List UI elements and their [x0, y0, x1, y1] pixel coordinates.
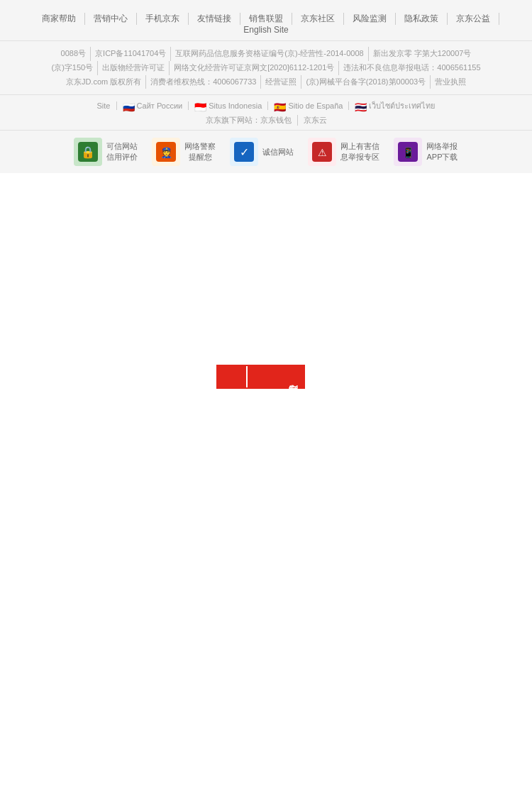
svg-text:📱: 📱 — [402, 147, 415, 159]
app-download-icon: 📱 — [394, 138, 422, 166]
widget-label[interactable]: 定制 — [281, 365, 305, 389]
nav-item-charity[interactable]: 京东公益 — [448, 13, 499, 25]
nav-item-mobile[interactable]: 手机京东 — [137, 13, 189, 25]
badge-honest-site[interactable]: ✓ 诚信网站 — [230, 138, 294, 166]
badge-harmful-report[interactable]: ⚠ 网上有害信 息举报专区 — [308, 138, 379, 166]
main-content-area: 定制 — [0, 173, 532, 811]
site-current[interactable]: Site — [92, 101, 117, 110]
info-line-3: 京东JD.com 版权所有 消费者维权热线：4006067733 经营证照 (京… — [7, 75, 525, 89]
svg-text:⚠: ⚠ — [318, 147, 327, 158]
info-medical-platform: (京)网械平台备字(2018)第00003号 — [301, 75, 431, 89]
info-business-license-link[interactable]: 经营证照 — [261, 75, 301, 89]
site-spain-label: Sitio de España — [288, 101, 343, 110]
app-download-text: 网络举报 APP下载 — [426, 141, 458, 163]
site-indonesia[interactable]: 🇮🇩 Situs Indonesia — [189, 101, 268, 110]
info-culture-license: 网络文化经营许可证京网文[2020]6112-1201号 — [170, 61, 339, 75]
widget-logo — [216, 365, 281, 389]
harmful-report-text: 网上有害信 息举报专区 — [340, 141, 379, 163]
badges-section: 🔒 可信网站 信用评价 👮 网络警察 提醒您 — [0, 131, 532, 173]
trusted-site-icon: 🔒 — [74, 138, 102, 166]
info-report-phone: 违法和不良信息举报电话：4006561155 — [339, 61, 484, 75]
info-icp-number: 0088号 — [57, 47, 91, 61]
info-section: 0088号 京ICP备11041704号 互联网药品信息服务资格证编号(京)-经… — [0, 41, 532, 95]
sub-sites-row: 京东旗下网站：京东钱包 京东云 — [7, 115, 525, 126]
trusted-site-text: 可信网站 信用评价 — [106, 141, 138, 163]
svg-text:👮: 👮 — [160, 147, 173, 159]
badge-police[interactable]: 👮 网络警察 提醒您 — [152, 138, 216, 166]
info-consumer-hotline: 消费者维权热线：4006067733 — [146, 75, 261, 89]
info-line-1: 0088号 京ICP备11041704号 互联网药品信息服务资格证编号(京)-经… — [7, 47, 525, 61]
sub-site-wallet[interactable]: 京东旗下网站：京东钱包 — [200, 115, 298, 126]
nav-item-sales[interactable]: 销售联盟 — [240, 13, 292, 25]
footer-nav: 商家帮助 营销中心 手机京东 友情链接 销售联盟 京东社区 风险监测 隐私政策 … — [0, 7, 532, 41]
badge-app-download[interactable]: 📱 网络举报 APP下载 — [394, 138, 458, 166]
honest-site-text: 诚信网站 — [262, 147, 294, 158]
widget-logo-block2 — [248, 366, 279, 387]
international-sites-row: Site 🇷🇺 Сайт России 🇮🇩 Situs Indonesia 🇪… — [7, 99, 525, 112]
info-publication-license: 出版物经营许可证 — [98, 61, 170, 75]
nav-item-privacy[interactable]: 隐私政策 — [396, 13, 448, 25]
nav-item-marketing[interactable]: 营销中心 — [85, 13, 137, 25]
info-business-license[interactable]: 营业执照 — [431, 75, 470, 89]
info-icp-backup: 京ICP备11041704号 — [91, 47, 171, 61]
russia-flag-icon: 🇷🇺 — [123, 102, 134, 110]
nav-item-merchant-help[interactable]: 商家帮助 — [33, 13, 85, 25]
custom-widget[interactable]: 定制 — [216, 365, 305, 389]
police-text: 网络警察 提醒您 — [184, 141, 216, 163]
info-publish-number: 新出发京零 字第大120007号 — [369, 47, 476, 61]
footer-section: 商家帮助 营销中心 手机京东 友情链接 销售联盟 京东社区 风险监测 隐私政策 … — [0, 0, 532, 173]
site-spain[interactable]: 🇪🇸 Sitio de España — [268, 101, 349, 110]
nav-item-links[interactable]: 友情链接 — [189, 13, 240, 25]
indonesia-flag-icon: 🇮🇩 — [194, 102, 206, 110]
widget-logo-block1 — [218, 366, 246, 387]
nav-item-english[interactable]: English Site — [235, 25, 297, 35]
info-jing-150: (京)字150号 — [47, 61, 98, 75]
info-copyright: 京东JD.com 版权所有 — [62, 75, 146, 89]
honest-site-icon: ✓ — [230, 138, 258, 166]
nav-item-community[interactable]: 京东社区 — [292, 13, 344, 25]
site-russia-label: Сайт России — [137, 101, 183, 110]
info-line-2: (京)字150号 出版物经营许可证 网络文化经营许可证京网文[2020]6112… — [7, 61, 525, 75]
sites-section: Site 🇷🇺 Сайт России 🇮🇩 Situs Indonesia 🇪… — [0, 95, 532, 131]
svg-text:✓: ✓ — [240, 146, 249, 158]
nav-item-risk[interactable]: 风险监测 — [344, 13, 396, 25]
thailand-flag-icon: 🇹🇭 — [355, 102, 366, 110]
site-thailand[interactable]: 🇹🇭 เว็บไซต์ประเทศไทย — [349, 99, 440, 112]
site-thailand-label: เว็บไซต์ประเทศไทย — [369, 99, 435, 112]
info-drug-license: 互联网药品信息服务资格证编号(京)-经营性-2014-0008 — [171, 47, 368, 61]
harmful-report-icon: ⚠ — [308, 138, 336, 166]
spain-flag-icon: 🇪🇸 — [274, 102, 285, 110]
site-russia[interactable]: 🇷🇺 Сайт России — [117, 101, 189, 110]
svg-text:🔒: 🔒 — [81, 145, 95, 159]
police-icon: 👮 — [152, 138, 180, 166]
badge-trusted-site[interactable]: 🔒 可信网站 信用评价 — [74, 138, 138, 166]
sub-site-cloud[interactable]: 京东云 — [298, 115, 333, 126]
site-indonesia-label: Situs Indonesia — [209, 101, 262, 110]
